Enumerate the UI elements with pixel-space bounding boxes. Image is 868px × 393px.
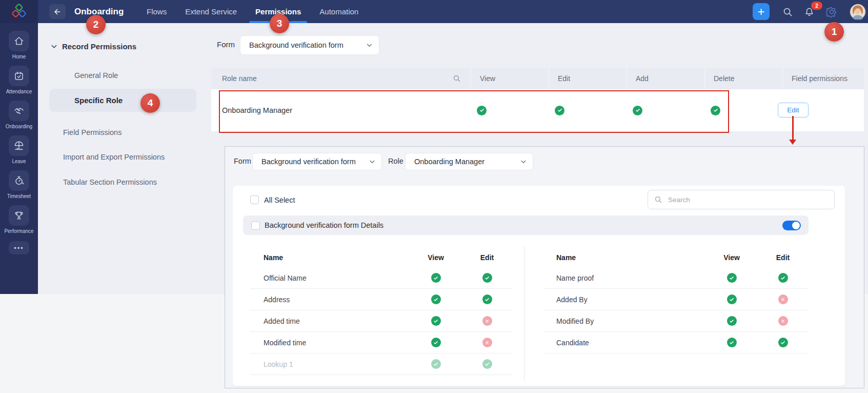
timesheet-clock-icon: [9, 170, 29, 191]
allowed-check-icon[interactable]: [431, 359, 441, 369]
allowed-check-icon[interactable]: [778, 273, 788, 283]
sidebar-item-leave[interactable]: Leave: [4, 135, 33, 164]
field-name: Candidate: [556, 339, 706, 347]
record-permissions-section[interactable]: Record Permissions: [51, 42, 136, 51]
settings-button[interactable]: [825, 6, 838, 18]
nav-item-tabular-section-permissions[interactable]: Tabular Section Permissions: [63, 178, 157, 186]
home-icon: [9, 31, 29, 51]
field-row: Modified By: [543, 310, 809, 332]
denied-x-icon[interactable]: [482, 338, 492, 347]
allowed-check-icon: [633, 106, 642, 115]
column-header-view: View: [472, 68, 548, 89]
allowed-check-icon: [711, 106, 720, 115]
sidebar-item-timesheet[interactable]: Timesheet: [4, 170, 33, 199]
header-name: Name: [264, 253, 410, 262]
panel-role-dropdown[interactable]: Onboarding Manager: [405, 153, 533, 170]
allowed-check-icon[interactable]: [431, 316, 441, 326]
annotation-badge-4: 4: [140, 93, 160, 113]
column-header-role-name[interactable]: Role name: [211, 68, 470, 89]
allowed-check-icon[interactable]: [482, 294, 492, 304]
arrow-left-icon: [53, 7, 62, 16]
denied-x-icon[interactable]: [778, 294, 788, 304]
ellipsis-icon: •••: [14, 244, 24, 252]
search-button[interactable]: [781, 6, 794, 18]
add-permission-cell: [628, 106, 705, 115]
leave-umbrella-icon: [9, 135, 29, 156]
view-permission-cell: [472, 106, 550, 115]
allowed-check-icon[interactable]: [727, 316, 737, 326]
annotation-arrow: [792, 116, 794, 141]
nav-item-field-permissions[interactable]: Field Permissions: [63, 128, 122, 136]
sidebar-item-label: Performance: [4, 228, 33, 234]
app-logo[interactable]: [0, 0, 38, 23]
field-row: Lookup 1: [250, 353, 513, 375]
sidebar-item-onboarding[interactable]: Onboarding: [4, 101, 33, 129]
column-header-add: Add: [628, 68, 704, 89]
nav-item-specific-role[interactable]: Specific Role: [49, 89, 196, 112]
tab-automation[interactable]: Automation: [310, 0, 368, 23]
panel-form-label: Form: [234, 157, 251, 165]
nav-item-import-export-permissions[interactable]: Import and Export Permissions: [63, 153, 165, 161]
tab-extend-service[interactable]: Extend Service: [176, 0, 246, 23]
all-select-row: All Select: [250, 195, 295, 204]
fields-list-left: Name View Edit Official Name Address Add…: [250, 248, 513, 375]
role-name-cell: Onboarding Manager: [211, 106, 472, 114]
section-checkbox[interactable]: [251, 221, 260, 230]
section-title: Background verification form Details: [265, 221, 383, 229]
allowed-check-icon[interactable]: [482, 273, 492, 283]
column-header-edit: Edit: [550, 68, 626, 89]
avatar-photo: [850, 4, 865, 19]
roles-table-header: Role name View Edit Add Delete Field per…: [211, 68, 864, 89]
field-row: Name proof: [543, 267, 809, 289]
nav-item-general-role[interactable]: General Role: [74, 71, 118, 80]
denied-x-icon[interactable]: [482, 316, 492, 326]
sidebar-item-attendance[interactable]: Attendance: [4, 66, 33, 94]
panel-role-dropdown-value: Onboarding Manager: [414, 158, 485, 166]
sidebar-item-label: Leave: [12, 159, 26, 164]
form-dropdown[interactable]: Background verification form: [240, 35, 379, 55]
section-toggle[interactable]: [782, 221, 801, 230]
allowed-check-icon[interactable]: [778, 338, 788, 347]
allowed-check-icon[interactable]: [431, 338, 441, 347]
tab-flows[interactable]: Flows: [137, 0, 176, 23]
allowed-check-icon[interactable]: [727, 273, 737, 283]
field-permissions-edit-button[interactable]: Edit: [778, 103, 809, 117]
sidebar-item-label: Attendance: [6, 89, 32, 94]
zoho-people-logo-icon: [10, 3, 28, 21]
sidebar-item-home[interactable]: Home: [4, 31, 33, 60]
back-button[interactable]: [49, 4, 66, 19]
sidebar-item-label: Home: [12, 54, 26, 60]
sidebar-items: Home Attendance Onboarding Leave Timeshe…: [4, 31, 33, 240]
add-button[interactable]: +: [753, 3, 770, 20]
column-header-field-permissions: Field permissions: [783, 68, 864, 89]
all-select-label: All Select: [264, 196, 295, 204]
list-header: Name View Edit: [543, 248, 809, 267]
app-window: Onboarding FlowsExtend ServicePermission…: [0, 0, 868, 393]
column-header-delete: Delete: [705, 68, 782, 89]
allowed-check-icon[interactable]: [482, 359, 492, 369]
denied-x-icon[interactable]: [778, 316, 788, 326]
search-icon[interactable]: [453, 74, 461, 83]
allowed-check-icon[interactable]: [431, 273, 441, 283]
topbar: Onboarding FlowsExtend ServicePermission…: [0, 0, 868, 23]
sidebar-item-performance[interactable]: Performance: [4, 205, 33, 234]
section-label: Record Permissions: [62, 42, 136, 51]
allowed-check-icon[interactable]: [727, 338, 737, 347]
notification-count-badge: 2: [811, 2, 822, 10]
panel-role-label: Role: [388, 157, 403, 165]
allowed-check-icon[interactable]: [727, 294, 737, 304]
fields-search: [648, 190, 835, 209]
panel-form-dropdown[interactable]: Background verification form: [252, 153, 382, 170]
module-sidebar: Home Attendance Onboarding Leave Timeshe…: [0, 23, 38, 294]
sidebar-more-button[interactable]: •••: [9, 241, 29, 254]
all-select-checkbox[interactable]: [250, 195, 259, 204]
annotation-badge-3: 3: [270, 14, 289, 33]
field-row: Added time: [250, 310, 513, 332]
table-row-onboarding-manager[interactable]: Onboarding Manager: [211, 89, 864, 131]
field-name: Modified By: [556, 317, 706, 325]
search-input[interactable]: [667, 195, 828, 204]
user-avatar[interactable]: [850, 4, 866, 21]
allowed-check-icon[interactable]: [431, 294, 441, 304]
annotation-arrow-head: [789, 140, 796, 145]
nav-item-label: Specific Role: [74, 89, 123, 112]
